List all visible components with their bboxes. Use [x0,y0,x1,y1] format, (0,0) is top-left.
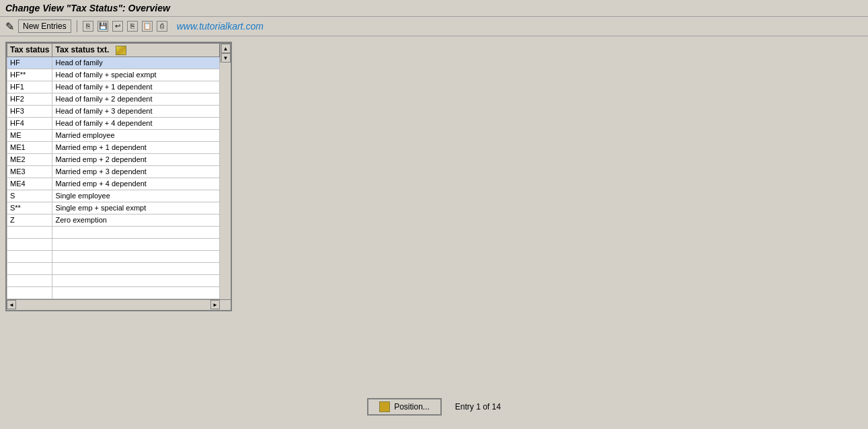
clipboard-in-icon-button[interactable]: ⎘ [127,21,138,32]
table-row[interactable]: ME2Married emp + 2 dependent [7,153,220,165]
save-icon-button[interactable]: 💾 [97,21,108,32]
table-row[interactable]: ME4Married emp + 4 dependent [7,178,220,190]
txt-cell [52,226,220,238]
txt-cell: Zero exemption [52,214,220,226]
status-cell: HF [7,56,52,69]
hscroll-right-button[interactable]: ► [210,300,220,309]
txt-cell: Married emp + 2 dependent [52,153,220,165]
main-content: Tax status Tax status txt. HFHead of fam… [0,36,868,317]
clipboard-out-icon-button[interactable]: ⎙ [157,21,167,32]
status-cell: S** [7,202,52,214]
table-wrapper: Tax status Tax status txt. HFHead of fam… [7,43,231,299]
status-cell: ME2 [7,153,52,165]
position-label: Position... [394,402,430,412]
status-cell: ME [7,129,52,141]
status-cell: ME4 [7,178,52,190]
status-cell [7,226,52,238]
txt-cell: Head of family + 2 dependent [52,93,220,105]
txt-cell: Single employee [52,190,220,202]
col-txt-header: Tax status txt. [52,44,220,57]
status-cell: ME3 [7,165,52,178]
txt-cell [52,238,220,250]
title-bar: Change View "Tax Status": Overview [0,0,868,17]
status-cell: Z [7,214,52,226]
status-cell: HF1 [7,81,52,93]
copy-icon-button[interactable]: ⎘ [83,21,93,32]
txt-cell [52,250,220,262]
txt-cell: Married emp + 1 dependent [52,141,220,153]
col-icon[interactable] [116,46,126,55]
txt-cell: Head of family + 3 dependent [52,105,220,117]
status-cell [7,286,52,299]
table-row[interactable] [7,286,220,299]
pencil-icon: ✎ [5,20,14,33]
status-cell: ME1 [7,141,52,153]
status-cell [7,262,52,274]
table-header-row: Tax status Tax status txt. [7,44,220,57]
table-row[interactable] [7,238,220,250]
table-row[interactable]: HFHead of family [7,56,220,69]
status-cell [7,250,52,262]
txt-cell: Married employee [52,129,220,141]
table-row[interactable]: HF2Head of family + 2 dependent [7,93,220,105]
page-title: Change View "Tax Status": Overview [5,3,170,13]
undo-icon-button[interactable]: ↩ [112,21,123,32]
table-row[interactable]: HF1Head of family + 1 dependent [7,81,220,93]
table-row[interactable]: MEMarried employee [7,129,220,141]
txt-cell [52,262,220,274]
table-row[interactable]: S**Single emp + special exmpt [7,202,220,214]
table-row[interactable] [7,250,220,262]
table-outer: Tax status Tax status txt. HFHead of fam… [5,42,232,311]
status-cell: HF** [7,69,52,81]
position-button[interactable]: Position... [367,398,442,416]
position-icon [379,401,390,412]
table-row[interactable]: HF4Head of family + 4 dependent [7,117,220,129]
txt-cell: Head of family + special exmpt [52,69,220,81]
table-container: Tax status Tax status txt. HFHead of fam… [7,43,220,299]
toolbar: ✎ New Entries ⎘ 💾 ↩ ⎘ 📋 ⎙ www.tutorialka… [0,17,868,36]
new-entries-label: New Entries [23,22,67,31]
table-row[interactable] [7,262,220,274]
status-cell: HF2 [7,93,52,105]
entry-info: Entry 1 of 14 [455,402,501,412]
table-row[interactable] [7,274,220,286]
table-row[interactable]: ZZero exemption [7,214,220,226]
txt-cell: Single emp + special exmpt [52,202,220,214]
table-row[interactable]: ME1Married emp + 1 dependent [7,141,220,153]
table-row[interactable] [7,226,220,238]
table-row[interactable]: HF**Head of family + special exmpt [7,69,220,81]
hscroll-left-button[interactable]: ◄ [7,300,16,309]
watermark: www.tutorialkart.com [177,21,264,32]
txt-cell: Head of family + 4 dependent [52,117,220,129]
status-cell [7,274,52,286]
horizontal-scrollbar[interactable]: ◄ ► [7,299,231,310]
table-row[interactable]: SSingle employee [7,190,220,202]
clipboard-icon-button[interactable]: 📋 [142,21,153,32]
txt-cell [52,274,220,286]
status-cell: S [7,190,52,202]
txt-cell: Married emp + 3 dependent [52,165,220,178]
scroll-down-button[interactable]: ▼ [221,53,231,63]
hscroll-track [16,301,210,309]
new-entries-button[interactable]: New Entries [18,20,71,33]
txt-cell: Married emp + 4 dependent [52,178,220,190]
scroll-up-button[interactable]: ▲ [221,44,231,53]
status-cell: HF3 [7,105,52,117]
col-status-header: Tax status [7,44,52,57]
vertical-scrollbar[interactable]: ▲ ▼ [220,43,231,63]
status-cell [7,238,52,250]
status-cell: HF4 [7,117,52,129]
toolbar-separator-1 [77,20,77,32]
txt-cell: Head of family [52,56,220,69]
txt-cell: Head of family + 1 dependent [52,81,220,93]
table-row[interactable]: ME3Married emp + 3 dependent [7,165,220,178]
bottom-area: Position... Entry 1 of 14 [0,398,868,416]
table-row[interactable]: HF3Head of family + 3 dependent [7,105,220,117]
txt-cell [52,286,220,299]
